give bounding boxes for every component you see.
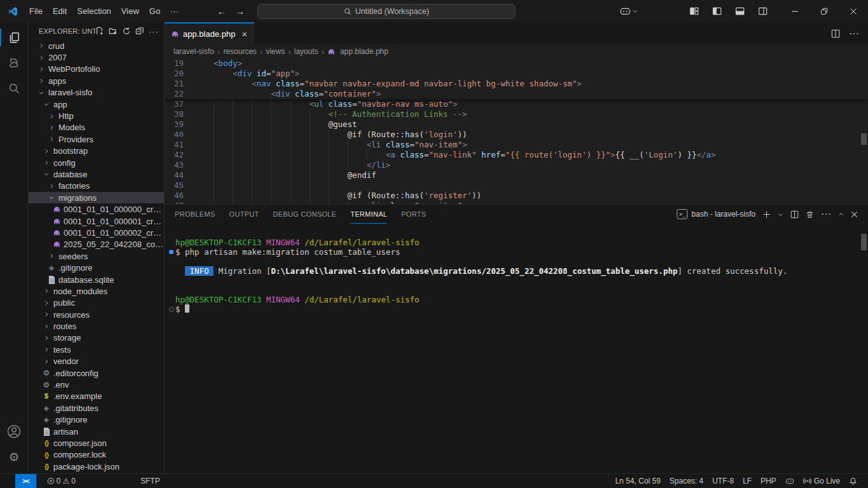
panel-tab-debug-console[interactable]: DEBUG CONSOLE bbox=[273, 205, 337, 224]
status-encoding[interactable]: UTF-8 bbox=[708, 474, 738, 488]
tree-item-0001-01-01-000000-create-users-[interactable]: 0001_01_01_000000_create_users... bbox=[29, 203, 164, 215]
tree-item-factories[interactable]: factories bbox=[29, 180, 164, 192]
explorer-collapse-icon[interactable] bbox=[135, 27, 144, 36]
tree-item--editorconfig[interactable]: ⚙.editorconfig bbox=[29, 367, 164, 379]
status-notifications[interactable] bbox=[844, 474, 862, 488]
terminal-output[interactable]: hp@DESKTOP-C1KCF13 MINGW64 /d/Larafel/la… bbox=[165, 224, 868, 473]
tree-item-bootstrap[interactable]: bootstrap bbox=[29, 146, 164, 157]
minimize-button[interactable] bbox=[780, 0, 810, 22]
activitybar-accounts[interactable] bbox=[0, 419, 28, 444]
tree-item-apps[interactable]: apps bbox=[29, 75, 164, 86]
tree-item-app[interactable]: app bbox=[29, 98, 164, 110]
explorer-refresh-icon[interactable] bbox=[122, 27, 131, 36]
back-arrow-icon[interactable]: ← bbox=[217, 6, 226, 17]
menu-file[interactable]: File bbox=[24, 4, 48, 18]
tree-item-routes[interactable]: routes bbox=[29, 320, 164, 332]
status-go-live[interactable]: Go Live bbox=[799, 474, 844, 488]
tree-item-database[interactable]: database bbox=[29, 168, 164, 180]
tree-item-composer-lock[interactable]: {}composer.lock bbox=[29, 449, 164, 461]
activitybar-extensions[interactable] bbox=[0, 152, 28, 177]
tree-item-tests[interactable]: tests bbox=[29, 344, 164, 355]
tree-item-webportofolio[interactable]: WebPortofolio bbox=[29, 64, 164, 75]
sftp-status[interactable]: SFTP bbox=[136, 474, 165, 488]
tree-item-composer-json[interactable]: {}composer.json bbox=[29, 437, 164, 449]
close-panel-icon[interactable] bbox=[851, 211, 858, 218]
toggle-primary-sidebar-icon[interactable] bbox=[708, 3, 726, 20]
maximize-panel-icon[interactable] bbox=[838, 212, 844, 217]
breadcrumb-item[interactable]: laravel-sisfo bbox=[173, 47, 214, 56]
toggle-panel-icon[interactable] bbox=[731, 3, 749, 20]
tree-item-artisan[interactable]: artisan bbox=[29, 426, 164, 437]
activitybar-sftp[interactable] bbox=[0, 50, 28, 76]
tree-item-resources[interactable]: resources bbox=[29, 309, 164, 320]
breadcrumb-item[interactable]: resources bbox=[223, 47, 257, 56]
breadcrumb-item[interactable]: app.blade.php bbox=[340, 47, 388, 56]
activitybar-settings[interactable]: ⚙ bbox=[0, 444, 28, 470]
menu-go[interactable]: Go bbox=[144, 4, 165, 18]
tree-item-package-lock-json[interactable]: {}package-lock.json bbox=[29, 461, 164, 472]
close-icon[interactable]: × bbox=[241, 29, 247, 39]
tree-item-seeders[interactable]: seeders bbox=[29, 250, 164, 262]
tree-item--gitignore[interactable]: ◈.gitignore bbox=[29, 414, 164, 426]
more-actions-icon[interactable]: ··· bbox=[849, 28, 859, 39]
tree-item-vendor[interactable]: vendor bbox=[29, 356, 164, 367]
panel-tab-output[interactable]: OUTPUT bbox=[229, 205, 259, 224]
command-center-search[interactable]: Untitled (Workspace) bbox=[257, 4, 515, 19]
new-terminal-icon[interactable] bbox=[763, 210, 771, 219]
status-language-mode[interactable]: PHP bbox=[756, 474, 781, 488]
tree-item-storage[interactable]: storage bbox=[29, 332, 164, 344]
code-editor[interactable]: 19 <body>20 <div id="app">21 <nav class=… bbox=[165, 58, 868, 204]
breadcrumb[interactable]: laravel-sisfo›resources›views›layouts›ap… bbox=[165, 44, 868, 58]
status-cursor-position[interactable]: Ln 54, Col 59 bbox=[611, 474, 665, 488]
tree-item-0001-01-01-000001-create-cach-[interactable]: 0001_01_01_000001_create_cach... bbox=[29, 215, 164, 227]
tree-item-http[interactable]: Http bbox=[29, 110, 164, 121]
menu-selection[interactable]: Selection bbox=[72, 4, 116, 18]
breadcrumb-item[interactable]: views bbox=[266, 47, 285, 56]
panel-tab-problems[interactable]: PROBLEMS bbox=[175, 205, 215, 224]
panel-tab-terminal[interactable]: TERMINAL bbox=[350, 205, 387, 224]
toggle-secondary-sidebar-icon[interactable] bbox=[754, 3, 771, 20]
activitybar-source-control[interactable] bbox=[0, 101, 28, 126]
copilot-menu[interactable] bbox=[620, 6, 638, 16]
remote-indicator[interactable]: >< bbox=[15, 474, 36, 488]
split-editor-icon[interactable] bbox=[831, 29, 840, 38]
editor-scrollbar[interactable] bbox=[861, 133, 867, 145]
split-terminal-icon[interactable] bbox=[790, 210, 799, 219]
breadcrumb-item[interactable]: layouts bbox=[294, 47, 318, 56]
status-indentation[interactable]: Spaces: 4 bbox=[665, 474, 708, 488]
terminal-profile-chevron-icon[interactable] bbox=[778, 212, 783, 217]
explorer-new-folder-icon[interactable] bbox=[109, 27, 118, 36]
tree-item-models[interactable]: Models bbox=[29, 122, 164, 133]
menu-more[interactable]: ··· bbox=[165, 4, 184, 18]
panel-more-actions-icon[interactable]: ··· bbox=[821, 208, 831, 220]
panel-tab-ports[interactable]: PORTS bbox=[401, 205, 426, 224]
tree-item--env-example[interactable]: $.env.example bbox=[29, 391, 164, 402]
tree-item-2025-05-22-042208-costum-tabl-[interactable]: 2025_05_22_042208_costum_tabl... bbox=[29, 239, 164, 250]
restore-button[interactable] bbox=[810, 0, 839, 22]
status-copilot[interactable] bbox=[781, 474, 799, 488]
explorer-more-icon[interactable]: ··· bbox=[149, 25, 159, 37]
menu-edit[interactable]: Edit bbox=[48, 4, 72, 18]
customize-layout-icon[interactable] bbox=[685, 3, 703, 20]
tree-item--gitignore[interactable]: ◈.gitignore bbox=[29, 262, 164, 273]
tree-item--env[interactable]: ⚙.env bbox=[29, 379, 164, 390]
tree-item-providers[interactable]: Providers bbox=[29, 133, 164, 145]
tree-item-laravel-sisfo[interactable]: laravel-sisfo bbox=[29, 87, 164, 98]
tree-item-database-sqlite[interactable]: database.sqlite bbox=[29, 274, 164, 285]
kill-terminal-icon[interactable] bbox=[806, 210, 814, 219]
tree-item-config[interactable]: config bbox=[29, 157, 164, 168]
terminal-instance[interactable]: >_ bash - laravel-sisfo bbox=[677, 209, 756, 219]
terminal-scrollbar[interactable] bbox=[861, 234, 867, 250]
tree-item-crud[interactable]: crud bbox=[29, 40, 164, 51]
tree-item-2007[interactable]: 2007 bbox=[29, 51, 164, 63]
activitybar-search[interactable] bbox=[0, 76, 28, 101]
menu-view[interactable]: View bbox=[116, 4, 144, 18]
tree-item--gitattributes[interactable]: ◈.gitattributes bbox=[29, 402, 164, 414]
tree-item-0001-01-01-000002-create-jobs-[interactable]: 0001_01_01_000002_create_jobs_... bbox=[29, 227, 164, 238]
activitybar-run-debug[interactable] bbox=[0, 126, 28, 152]
status-eol[interactable]: LF bbox=[738, 474, 756, 488]
forward-arrow-icon[interactable]: → bbox=[235, 6, 245, 17]
activitybar-explorer[interactable] bbox=[0, 25, 28, 50]
tree-item-node-modules[interactable]: node_modules bbox=[29, 285, 164, 297]
tree-item-migrations[interactable]: migrations bbox=[29, 192, 164, 203]
